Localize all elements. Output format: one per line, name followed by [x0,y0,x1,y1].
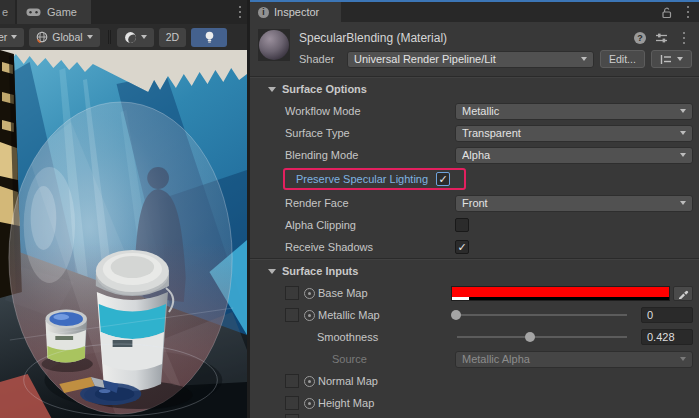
height-map-label: Height Map [318,397,451,409]
list-icon [660,54,672,65]
source-value: Metallic Alpha [462,353,680,365]
chevron-down-icon [581,57,587,61]
smoothness-slider[interactable] [455,329,633,345]
object-picker-icon[interactable] [304,310,315,321]
eyedropper-button[interactable] [673,286,693,301]
smoothness-value-field[interactable]: 0.428 [641,329,693,345]
tab-inspector-label: Inspector [274,6,319,18]
annotation-highlight-box: Preserve Specular Lighting ✓ [283,168,466,190]
preserve-specular-row: Preserve Specular Lighting ✓ [250,166,699,192]
help-icon[interactable]: ? [634,32,646,44]
orientation-label: Global [52,31,82,43]
base-map-texture-slot[interactable] [285,286,299,300]
gamepad-icon [26,7,41,17]
alpha-bar [452,297,669,300]
surface-inputs-foldout[interactable]: Surface Inputs [250,260,699,282]
material-preview-sphere[interactable] [258,29,290,61]
surface-inputs-title: Surface Inputs [282,265,358,277]
material-header: SpecularBlending (Material) ? Shader [250,22,699,76]
surface-options-foldout[interactable]: Surface Options [250,78,699,100]
shader-edit-button[interactable]: Edit... [600,50,645,68]
surface-type-value: Transparent [462,127,680,139]
alpha-clipping-row: Alpha Clipping [250,214,699,236]
metallic-slider[interactable] [451,307,633,323]
slider-track[interactable] [453,314,627,316]
object-picker-icon[interactable] [304,376,315,387]
foldout-triangle-icon [268,269,276,274]
chevron-down-icon [680,153,686,157]
workflow-mode-dropdown[interactable]: Metallic [455,103,693,120]
left-tab-bar: e Game [0,0,247,24]
chevron-down-icon [680,109,686,113]
alpha-clipping-checkbox[interactable] [455,218,469,232]
tab-inspector[interactable]: i Inspector [250,2,341,22]
surface-type-dropdown[interactable]: Transparent [455,125,693,142]
slider-track[interactable] [457,336,627,338]
metallic-value-field[interactable]: 0 [641,307,693,323]
normal-map-row: Normal Map [250,370,699,392]
preserve-specular-checkbox[interactable]: ✓ [436,172,450,186]
inspector-tab-bar: i Inspector [250,2,699,22]
surface-type-label: Surface Type [285,127,455,139]
tab-scene-partial[interactable]: e [0,0,15,24]
base-map-color-field[interactable] [451,286,670,301]
slider-thumb[interactable] [451,310,461,320]
render-face-value: Front [462,197,680,209]
source-dropdown: Metallic Alpha [455,351,693,368]
smoothness-label: Smoothness [317,331,455,343]
workflow-mode-value: Metallic [462,105,680,117]
metallic-map-texture-slot[interactable] [285,308,299,322]
normal-map-texture-slot[interactable] [285,374,299,388]
shading-mode-button[interactable] [117,28,154,47]
inspector-menu-icon[interactable] [681,6,695,19]
shader-list-button[interactable] [651,50,692,68]
receive-shadows-checkbox[interactable]: ✓ [455,240,469,254]
preserve-specular-label: Preserve Specular Lighting [296,173,428,185]
clipped-next-row [250,414,699,418]
shader-value: Universal Render Pipeline/Lit [354,53,581,65]
shader-dropdown[interactable]: Universal Render Pipeline/Lit [347,51,594,68]
scene-viewport[interactable] [0,50,247,418]
chevron-down-icon [680,201,686,205]
unity-editor-window: e Game ter [0,0,699,418]
blending-mode-dropdown[interactable]: Alpha [455,147,693,164]
scene-toolbar: ter Global [0,24,247,50]
height-map-row: Height Map [250,392,699,414]
alpha-clipping-label: Alpha Clipping [285,219,455,231]
chevron-down-icon [141,35,147,39]
unlock-icon[interactable] [660,6,673,19]
texture-slot [285,414,299,418]
shaded-sphere-icon [124,31,137,44]
metallic-map-label: Metallic Map [318,309,451,321]
scene-lighting-toggle[interactable] [191,28,227,47]
toolbar-separator [108,30,109,44]
surface-type-row: Surface Type Transparent [250,122,699,144]
2d-mode-toggle[interactable]: 2D [159,28,186,47]
height-map-texture-slot[interactable] [285,396,299,410]
foldout-triangle-icon [268,87,276,92]
chevron-down-icon [87,35,93,39]
metallic-map-row: Metallic Map 0 [250,304,699,326]
pivot-mode-button[interactable]: ter [0,28,24,47]
chevron-down-icon [680,131,686,135]
info-icon: i [258,7,269,18]
slider-thumb[interactable] [525,332,535,342]
base-map-row: Base Map [250,282,699,304]
object-picker-icon[interactable] [304,398,315,409]
source-label: Source [332,353,455,365]
blending-mode-label: Blending Mode [285,149,455,161]
pivot-mode-label: ter [0,31,7,43]
workflow-mode-row: Workflow Mode Metallic [250,100,699,122]
render-face-dropdown[interactable]: Front [455,195,693,212]
base-map-color-swatch [452,287,669,297]
material-menu-icon[interactable] [677,32,691,45]
orientation-button[interactable]: Global [29,28,99,47]
tab-game[interactable]: Game [17,0,91,24]
presets-icon[interactable] [655,32,668,44]
light-bulb-icon [204,31,215,44]
globe-icon [36,31,48,43]
object-picker-icon[interactable] [304,288,315,299]
chevron-down-icon [11,35,17,39]
scene-view-menu-icon[interactable] [233,0,247,24]
scene-view-panel: e Game ter [0,0,250,418]
